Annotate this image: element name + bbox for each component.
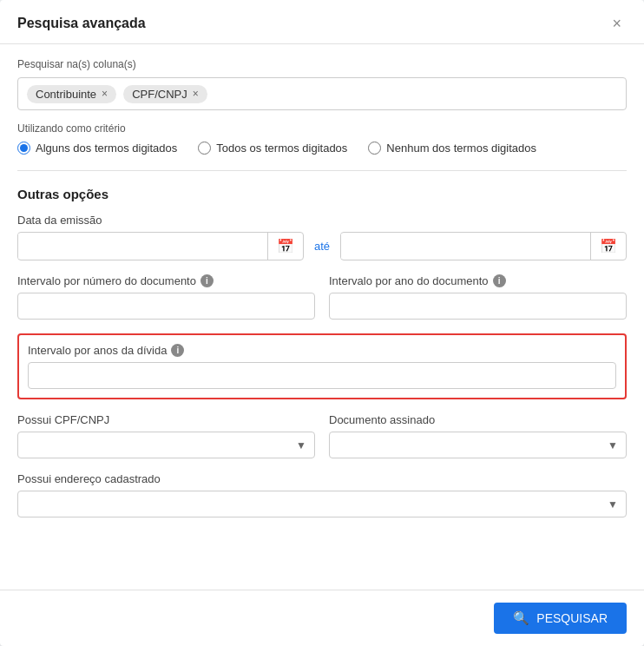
- calendar-to-button[interactable]: 📅: [590, 233, 626, 260]
- advanced-search-modal: Pesquisa avançada × Pesquisar na(s) colu…: [0, 0, 644, 646]
- calendar-from-button[interactable]: 📅: [267, 233, 303, 260]
- possui-cpf-label: Possui CPF/CNPJ: [17, 413, 315, 426]
- possui-cpf-group: Possui CPF/CNPJ Sim Não ▼: [17, 413, 315, 458]
- interval-doc-number-info[interactable]: i: [200, 274, 214, 287]
- tags-container: Contribuinte × CPF/CNPJ ×: [17, 77, 627, 110]
- possui-endereco-group: Possui endereço cadastrado Sim Não ▼: [17, 472, 627, 517]
- interval-doc-number-input[interactable]: [17, 293, 315, 320]
- tag-contribuinte-label: Contribuinte: [36, 88, 96, 101]
- radio-alguns-label: Alguns dos termos digitados: [36, 142, 177, 155]
- modal-header: Pesquisa avançada ×: [0, 0, 644, 44]
- date-from-wrap: 📅: [17, 232, 304, 260]
- radio-nenhum[interactable]: Nenhum dos termos digitados: [368, 142, 536, 155]
- close-button[interactable]: ×: [607, 14, 627, 33]
- search-icon: 🔍: [513, 610, 529, 626]
- radio-alguns-input[interactable]: [17, 142, 30, 155]
- date-emission-row: 📅 até 📅: [17, 232, 627, 260]
- date-to-wrap: 📅: [340, 232, 627, 260]
- possui-cpf-select-wrap: Sim Não ▼: [17, 432, 315, 458]
- interval-document-number-group: Intervalo por número do documento i: [17, 274, 315, 320]
- possui-row: Possui CPF/CNPJ Sim Não ▼ Documento assi…: [17, 413, 627, 458]
- interval-document-year-group: Intervalo por ano do documento i: [329, 274, 627, 320]
- interval-debt-years-label: Intervalo por anos da dívida i: [28, 344, 616, 357]
- ate-label: até: [311, 240, 333, 253]
- criteria-label: Utilizando como critério: [17, 122, 627, 135]
- radio-todos-label: Todos os termos digitados: [216, 142, 347, 155]
- interval-doc-year-info[interactable]: i: [493, 274, 506, 287]
- documento-assinado-label: Documento assinado: [329, 413, 627, 426]
- columns-label: Pesquisar na(s) coluna(s): [17, 58, 627, 70]
- interval-doc-year-input[interactable]: [329, 293, 627, 320]
- radio-nenhum-label: Nenhum dos termos digitados: [386, 142, 536, 155]
- interval-doc-number-label: Intervalo por número do documento i: [17, 274, 315, 287]
- radio-alguns[interactable]: Alguns dos termos digitados: [17, 142, 177, 155]
- possui-cpf-select[interactable]: Sim Não: [17, 432, 315, 458]
- modal-body: Pesquisar na(s) coluna(s) Contribuinte ×…: [0, 44, 644, 590]
- tag-cpf-cnpj-label: CPF/CNPJ: [132, 88, 187, 101]
- tag-cpf-cnpj: CPF/CNPJ ×: [123, 85, 207, 103]
- search-button[interactable]: 🔍 PESQUISAR: [494, 603, 627, 634]
- section-divider: [17, 170, 627, 171]
- possui-endereco-select-wrap: Sim Não ▼: [17, 491, 627, 517]
- modal-title: Pesquisa avançada: [17, 16, 146, 31]
- tag-cpf-cnpj-remove[interactable]: ×: [193, 89, 199, 99]
- documento-assinado-select[interactable]: Sim Não: [329, 432, 627, 458]
- interval-debt-years-section: Intervalo por anos da dívida i: [17, 333, 627, 399]
- radio-nenhum-input[interactable]: [368, 142, 381, 155]
- documento-assinado-group: Documento assinado Sim Não ▼: [329, 413, 627, 458]
- search-button-label: PESQUISAR: [536, 611, 608, 625]
- documento-assinado-select-wrap: Sim Não ▼: [329, 432, 627, 458]
- interval-doc-year-label: Intervalo por ano do documento i: [329, 274, 627, 287]
- possui-endereco-select[interactable]: Sim Não: [17, 491, 627, 517]
- interval-debt-years-input[interactable]: [28, 362, 616, 389]
- radio-todos[interactable]: Todos os termos digitados: [198, 142, 347, 155]
- date-to-input[interactable]: [341, 234, 590, 259]
- interval-row: Intervalo por número do documento i Inte…: [17, 274, 627, 320]
- tag-contribuinte: Contribuinte ×: [27, 85, 116, 103]
- tag-contribuinte-remove[interactable]: ×: [102, 89, 108, 99]
- radio-todos-input[interactable]: [198, 142, 211, 155]
- interval-debt-years-info[interactable]: i: [171, 344, 184, 357]
- possui-endereco-label: Possui endereço cadastrado: [17, 472, 627, 485]
- modal-footer: 🔍 PESQUISAR: [0, 590, 644, 646]
- radio-group-criteria: Alguns dos termos digitados Todos os ter…: [17, 142, 627, 155]
- date-from-input[interactable]: [18, 234, 267, 259]
- date-emission-label: Data da emissão: [17, 214, 627, 227]
- other-options-title: Outras opções: [17, 187, 627, 201]
